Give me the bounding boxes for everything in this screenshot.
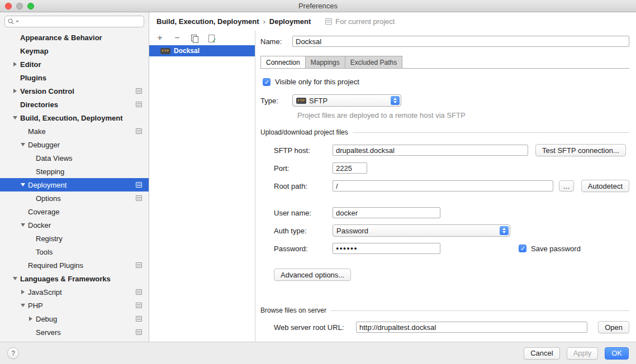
sidebar-item-label: Options [36, 194, 61, 203]
password-field[interactable] [333, 243, 440, 254]
settings-sidebar: Appearance & Behavior Keymap Editor Plug… [0, 12, 149, 342]
breadcrumb-part: Build, Execution, Deployment [156, 17, 259, 26]
sidebar-item-appearance-behavior[interactable]: Appearance & Behavior [0, 31, 149, 44]
sftp-host-field[interactable] [333, 145, 528, 156]
section-rule [353, 132, 629, 133]
sidebar-item-build-execution-deployment[interactable]: Build, Execution, Deployment [0, 111, 149, 124]
root-path-field[interactable] [333, 180, 553, 191]
tab-connection[interactable]: Connection [260, 56, 306, 68]
auth-type-label: Auth type: [274, 227, 333, 235]
project-settings-icon [136, 262, 142, 268]
current-project-label: For current project [335, 17, 395, 26]
chevron-right-icon[interactable] [26, 317, 36, 321]
sidebar-item-debug[interactable]: Debug [0, 312, 149, 325]
sidebar-item-required-plugins[interactable]: Required Plugins [0, 258, 149, 272]
help-button[interactable]: ? [7, 347, 19, 359]
autodetect-button[interactable]: Autodetect [581, 180, 629, 192]
browse-section-header: Browse files on server [260, 306, 629, 314]
sidebar-item-label: Make [28, 127, 46, 136]
sidebar-item-coverage[interactable]: Coverage [0, 205, 149, 218]
type-dropdown[interactable]: FTP SFTP [292, 94, 401, 107]
search-icon [8, 18, 14, 25]
sidebar-item-label: Plugins [20, 74, 46, 82]
sidebar-item-label: Version Control [20, 87, 74, 95]
chevron-right-icon[interactable] [10, 89, 20, 93]
copy-server-button[interactable] [189, 33, 200, 43]
web-root-field[interactable] [356, 322, 587, 333]
sidebar-item-label: Tools [36, 248, 53, 256]
project-settings-icon [136, 88, 142, 94]
minimize-window-button[interactable] [16, 3, 23, 9]
chevron-down-icon[interactable] [10, 116, 20, 119]
sidebar-item-label: Docker [28, 221, 51, 229]
window-title: Preferences [298, 2, 338, 10]
current-project-context: For current project [325, 17, 395, 26]
type-help-text: Project files are deployed to a remote h… [297, 111, 629, 119]
tab-excluded-paths[interactable]: Excluded Paths [345, 56, 402, 68]
close-window-button[interactable] [5, 3, 12, 9]
sidebar-item-stepping[interactable]: Stepping [0, 165, 149, 178]
ok-button[interactable]: OK [605, 347, 629, 360]
add-server-button[interactable]: + [155, 33, 165, 43]
sidebar-item-servers[interactable]: Servers [0, 325, 149, 339]
sidebar-item-deployment[interactable]: Deployment [0, 178, 149, 191]
sidebar-item-editor[interactable]: Editor [0, 58, 149, 71]
sidebar-item-javascript[interactable]: JavaScript [0, 285, 149, 299]
advanced-options-button[interactable]: Advanced options... [274, 269, 351, 281]
sidebar-item-options[interactable]: Options [0, 191, 149, 205]
save-password-checkbox[interactable] [519, 245, 526, 252]
chevron-down-icon[interactable] [18, 143, 28, 146]
upload-section-header: Upload/download project files [260, 128, 629, 136]
visible-only-checkbox[interactable] [263, 78, 270, 86]
sidebar-item-php[interactable]: PHP [0, 299, 149, 312]
sidebar-item-make[interactable]: Make [0, 124, 149, 138]
auth-type-dropdown[interactable]: Password [333, 224, 510, 237]
sidebar-item-data-views[interactable]: Data Views [0, 151, 149, 165]
sidebar-item-directories[interactable]: Directories [0, 98, 149, 111]
sidebar-item-label: Editor [20, 60, 41, 69]
chevron-down-icon[interactable] [10, 277, 20, 280]
sidebar-item-debugger[interactable]: Debugger [0, 138, 149, 151]
name-field[interactable] [292, 36, 629, 47]
sidebar-item-tools[interactable]: Tools [0, 245, 149, 258]
tab-mappings[interactable]: Mappings [305, 56, 345, 68]
chevron-right-icon[interactable] [18, 290, 28, 294]
sidebar-item-label: Languages & Frameworks [20, 275, 111, 283]
sidebar-item-version-control[interactable]: Version Control [0, 84, 149, 98]
config-tabs: Connection Mappings Excluded Paths [260, 56, 629, 69]
sidebar-item-docker[interactable]: Docker [0, 218, 149, 232]
current-project-icon [325, 18, 332, 25]
use-as-default-button[interactable] [207, 33, 217, 43]
sidebar-item-registry[interactable]: Registry [0, 232, 149, 245]
remove-server-button[interactable]: − [172, 33, 182, 43]
settings-search-box[interactable] [4, 16, 144, 27]
search-options-caret-icon[interactable] [16, 21, 19, 22]
sftp-host-label: SFTP host: [274, 146, 333, 155]
sidebar-item-languages-frameworks[interactable]: Languages & Frameworks [0, 272, 149, 285]
browse-root-path-button[interactable]: ... [559, 180, 574, 191]
sidebar-item-label: Servers [36, 328, 61, 337]
user-name-field[interactable] [333, 207, 440, 218]
sidebar-item-label: Deployment [28, 181, 67, 189]
cancel-button[interactable]: Cancel [524, 347, 559, 360]
server-list-item[interactable]: FTP Docksal [149, 45, 255, 56]
sidebar-item-label: Required Plugins [28, 261, 83, 270]
port-label: Port: [274, 164, 333, 173]
open-button[interactable]: Open [598, 321, 629, 333]
preferences-window: Preferences Appearance & Behavior Keymap… [0, 0, 636, 364]
sidebar-item-plugins[interactable]: Plugins [0, 71, 149, 84]
visible-only-label: Visible only for this project [275, 78, 359, 86]
zoom-window-button[interactable] [27, 3, 34, 9]
search-input[interactable] [21, 18, 141, 26]
sidebar-item-keymap[interactable]: Keymap [0, 44, 149, 58]
apply-button[interactable]: Apply [567, 347, 599, 360]
chevron-down-icon[interactable] [18, 304, 28, 307]
chevron-down-icon[interactable] [18, 223, 28, 227]
test-sftp-connection-button[interactable]: Test SFTP connection... [535, 144, 626, 156]
chevron-right-icon[interactable] [10, 62, 20, 66]
port-field[interactable] [333, 162, 367, 174]
chevron-down-icon[interactable] [18, 183, 28, 186]
copy-icon [191, 35, 198, 42]
deployment-config-form: Name: Connection Mappings Excluded Paths… [255, 31, 636, 342]
project-settings-icon [136, 289, 142, 295]
